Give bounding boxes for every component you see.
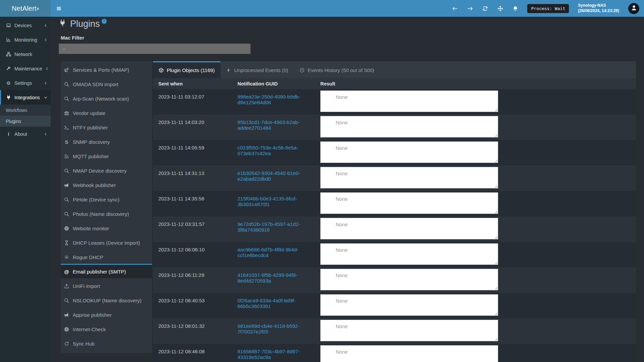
table-row: 2023-11-12 06:06:10 aac9b688-6d7b-4f8d-9… (153, 242, 636, 267)
chevron-left-icon (45, 67, 49, 70)
result-textarea[interactable] (320, 90, 498, 112)
refresh-icon[interactable] (482, 5, 488, 11)
sent-when-cell: 2023-11-11 14:31:13 (153, 166, 237, 191)
notification-guid-link[interactable]: 85b13cd1-7dce-4963-b2ab-addee2701484 (237, 115, 320, 131)
fullscreen-move-icon[interactable] (497, 5, 503, 11)
sidebar-toggle-button[interactable] (51, 0, 67, 17)
bolt-icon (226, 68, 231, 73)
notification-guid-link[interactable]: e1b30542-9304-4540-b1e0-e2abad22dbd0 (237, 166, 320, 182)
sidebar-item-maintenance[interactable]: Maintenance (0, 61, 51, 76)
plugin-nav-item[interactable]: ☠ Rogue DHCP (61, 249, 152, 264)
notification-guid-link[interactable]: 998ea23e-250d-4090-b9db-d9e125e84d06 (237, 89, 320, 105)
search-icon (63, 96, 70, 101)
result-textarea[interactable] (320, 320, 498, 341)
table-header: Sent when Notification GUID Result (153, 78, 636, 89)
plugin-nav-item[interactable]: OMADA SDN import (61, 76, 152, 91)
notification-guid-link[interactable]: aac9b688-6d7b-4f8d-9b4d-ccf1e8becdc4 (237, 242, 320, 258)
result-textarea[interactable] (320, 294, 498, 316)
plugin-nav-item[interactable]: Vendor update (61, 105, 152, 120)
notification-guid-link[interactable]: c023f550-753e-4c56-8e5a-073eb37c42ea (237, 140, 320, 156)
search-icon (63, 197, 70, 202)
tab[interactable]: Events History (50 out of 500) (294, 61, 380, 78)
sidebar-item-network[interactable]: Network (0, 47, 51, 61)
result-textarea[interactable] (320, 116, 498, 137)
plugin-nav-item[interactable]: DHCP Leases (Device import) (61, 235, 152, 249)
plugin-nav-item-label: DHCP Leases (Device import) (73, 240, 140, 246)
plugin-nav-item[interactable]: Internet-Check (61, 321, 152, 336)
result-textarea[interactable] (320, 141, 498, 163)
plugin-nav-item[interactable]: Apprise publisher (61, 307, 152, 321)
plugin-nav-item[interactable]: Services & Ports (NMAP) (61, 62, 152, 76)
app-logo[interactable]: NetAlertx (0, 0, 51, 17)
help-badge[interactable]: ? (102, 19, 107, 24)
process-status-badge[interactable]: Process: Wait (527, 4, 569, 13)
notification-guid-link[interactable]: 0f26aca9-833a-4a0f-bd9f-66b5c3603391 (237, 293, 320, 309)
sidebar-item-about[interactable]: i About (0, 127, 51, 141)
notification-guid-link[interactable]: 9e72d52b-197b-4597-a1d2-3f8a74380918 (237, 217, 320, 233)
sidebar-about-wrap: i About (0, 127, 51, 141)
plugin-nav-item[interactable]: Sync Hub (61, 336, 152, 350)
globe-icon (63, 226, 70, 231)
plugins-layout: Services & Ports (NMAP) OMADA SDN import… (59, 61, 636, 362)
notification-guid-link[interactable]: 41641037-6f5b-4299-94f8-8ed4d270593a (237, 267, 320, 284)
forward-icon[interactable] (467, 5, 473, 11)
sidebar-item-settings[interactable]: ⚙ Settings (0, 76, 51, 90)
plugin-nav-item[interactable]: NMAP Device discovery (61, 163, 152, 177)
plugin-nav-item[interactable]: Pholus (Name discovery) (61, 206, 152, 221)
terminal-icon (63, 125, 70, 130)
result-textarea[interactable] (320, 192, 498, 214)
notification-guid-link[interactable]: 81656887-703c-4b97-8d97-43319e52ac9a (237, 344, 320, 360)
sidebar-item-integrations[interactable]: Integrations (0, 90, 51, 105)
back-icon[interactable] (452, 5, 458, 11)
chevron-left-icon (44, 81, 47, 85)
plugin-nav-item[interactable]: MQTT publisher (61, 148, 152, 163)
result-textarea[interactable] (320, 167, 498, 188)
sidebar: Devices Monitoring Network Maintenance ⚙… (0, 17, 51, 362)
search-icon (63, 82, 70, 87)
globe-icon (63, 327, 70, 332)
plugin-nav-item-label: Apprise publisher (73, 312, 112, 318)
bell-icon[interactable] (512, 5, 518, 11)
chevron-down-icon (44, 96, 47, 99)
plugin-nav-item[interactable]: Arp-Scan (Network scan) (61, 91, 152, 105)
mac-filter-input[interactable] (59, 44, 251, 54)
tab[interactable]: Unprocessed Events (0) (220, 61, 294, 78)
result-textarea[interactable] (320, 345, 498, 362)
result-textarea[interactable] (320, 218, 498, 239)
plugin-nav-item-label: Internet-Check (73, 326, 106, 332)
plugin-nav-item-label: Rogue DHCP (73, 254, 103, 260)
sidebar-item-label: Network (14, 52, 32, 57)
sent-when-cell: 2023-11-11 03:12:07 (153, 89, 237, 115)
search-icon (63, 298, 70, 303)
table-body: 2023-11-11 03:12:07 998ea23e-250d-4090-b… (153, 89, 636, 362)
plugin-nav-item-label: SNMP discovery (73, 139, 110, 145)
tab-label: Unprocessed Events (0) (234, 67, 288, 73)
sidebar-subitem-plugins[interactable]: Plugins (0, 116, 51, 127)
bullhorn-icon (63, 183, 70, 188)
plugin-nav-item[interactable]: Website monitor (61, 221, 152, 235)
tab[interactable]: Plugin Objects (1169) (153, 61, 220, 78)
notification-guid-link[interactable]: 681ee89d-cb4e-4118-b592-7f70037e2f05 (237, 318, 320, 335)
sidebar-subitem-workflows[interactable]: Workflows (0, 105, 51, 116)
result-textarea[interactable] (320, 243, 498, 265)
plugin-nav-item[interactable]: UniFi import (61, 278, 152, 293)
avatar[interactable] (628, 3, 639, 14)
gear-icon: ⚙ (6, 80, 11, 86)
col-notification-guid: Notification GUID (237, 81, 320, 86)
bullhorn-icon (63, 312, 70, 317)
plugin-nav-item[interactable]: S SNMP discovery (61, 134, 152, 148)
plugin-nav-item[interactable]: NSLOOKUP (Name discovery) (61, 293, 152, 307)
sidebar-item-label: Settings (14, 80, 32, 86)
plugin-nav-item-label: Sync Hub (73, 341, 95, 347)
search-icon (63, 168, 70, 173)
plugin-nav-item-label: Pholus (Name discovery) (73, 211, 129, 217)
plugin-nav-item[interactable]: @ Email publisher (SMTP) (61, 264, 152, 278)
plugin-nav-item[interactable]: NTFY publisher (61, 120, 152, 134)
notification-guid-link[interactable]: 215f046b-b0e3-4135-8fcd-3b30314870f1 (237, 191, 320, 207)
sidebar-item-devices[interactable]: Devices (0, 18, 51, 33)
plugin-nav-item[interactable]: PiHole (Device sync) (61, 192, 152, 206)
result-textarea[interactable] (320, 269, 498, 290)
sidebar-item-label: Maintenance (14, 66, 42, 71)
plugin-nav-item[interactable]: Webhook publisher (61, 177, 152, 192)
sidebar-item-monitoring[interactable]: Monitoring (0, 33, 51, 47)
